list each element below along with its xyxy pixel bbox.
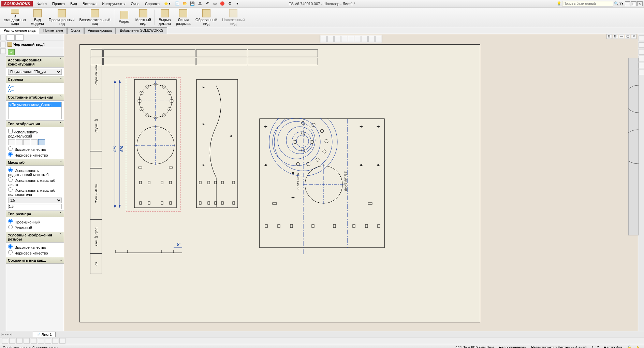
thread-high-radio[interactable]: Высокое качество [8,244,62,250]
pm-hdr-arrow[interactable]: Стрелка⌃ [6,76,64,83]
drawing-view-3[interactable] [259,118,385,255]
qat-open-icon[interactable]: 📂 [181,1,188,7]
help-icon[interactable]: ?▾ [619,1,624,6]
qb-5[interactable] [31,338,37,344]
appearance-icon[interactable] [375,36,381,42]
menu-file[interactable]: Файл [35,1,49,7]
doc-min-icon[interactable]: — [619,34,624,39]
disp-style-4[interactable] [31,139,38,145]
doc-max-icon[interactable]: ▢ [625,34,630,39]
qb-1[interactable] [2,338,8,344]
pm-tab-feature[interactable] [6,34,15,41]
tab-annotation[interactable]: Примечание [40,27,67,34]
pm-hdr-display-state[interactable]: Состояние отображения⌃ [6,94,64,101]
qb-6[interactable] [38,338,44,344]
ribbon-detail-view[interactable]: Местныйвид [133,8,153,26]
qat-undo-icon[interactable]: ↶ [204,1,211,7]
drawing-sheet[interactable]: Перв. примен. Справ. № Подп. и дата Инв.… [79,44,480,322]
zoom-prev-icon[interactable] [334,36,340,42]
menu-edit[interactable]: Правка [49,1,68,7]
hide-show-icon[interactable] [368,36,375,42]
qb-8[interactable] [52,338,58,344]
use-parent-check[interactable]: Использовать родительский [8,129,62,139]
disp-style-5[interactable] [38,139,45,145]
search-icon[interactable]: 🔍 [614,1,619,6]
ribbon-alternate-view[interactable]: Наложенныйвид [220,8,247,26]
taskpane-file-explorer-icon[interactable] [639,49,644,55]
window-minimize[interactable]: — [625,1,630,6]
qat-select-icon[interactable]: ▭ [211,1,218,7]
pm-hdr-dim-type[interactable]: Тип размера⌃ [6,211,64,217]
menu-overflow-icon[interactable]: ⭐▾ [164,1,171,6]
ribbon-crop-view[interactable]: Обрезанныйвид [193,8,219,26]
window-close[interactable]: ✕ [637,1,643,6]
drawing-canvas[interactable]: ⊞ ⊟ — ▢ ✕ Перв. примен. [64,34,638,331]
section-icon[interactable] [355,36,361,42]
pm-hdr-thread[interactable]: Условные изображения резьбы⌃ [6,232,64,243]
disp-style-3[interactable] [23,139,30,145]
pm-hdr-scale[interactable]: Масштаб⌃ [6,159,64,166]
status-lock-icon[interactable]: 🔒 [627,345,632,348]
leftbar-btn-2[interactable] [0,42,6,47]
taskpane-appearance-icon[interactable] [639,63,644,68]
kb-search-input[interactable] [562,1,613,6]
qat-options-icon[interactable]: ⚙ [226,1,233,7]
tab-evaluate[interactable]: Анализировать [84,27,116,34]
drawing-view-1[interactable] [131,79,177,208]
dim-5deg[interactable]: 5° [177,243,180,246]
ribbon-broken-out[interactable]: Вырывдетали [156,8,173,26]
high-quality-radio[interactable]: Высокое качество [8,146,62,152]
taskpane-resources-icon[interactable] [639,35,644,41]
display-icon[interactable] [362,36,368,42]
taskpane-view-palette-icon[interactable] [639,56,644,61]
scale-custom-input[interactable] [8,204,62,209]
menu-window[interactable]: Окно [128,1,142,7]
pm-hdr-display-type[interactable]: Тип отображения⌃ [6,120,64,127]
pan-icon[interactable] [341,36,347,42]
tab-sw-addins[interactable]: Добавления SOLIDWORKS [116,27,167,34]
taskpane-design-lib-icon[interactable] [639,42,644,48]
taskpane-custom-props-icon[interactable] [639,70,644,75]
leftbar-btn-1[interactable] [0,35,6,40]
ribbon-model-view[interactable]: Видмодели [29,8,46,26]
dim-true-radio[interactable]: Реальный [8,224,62,230]
rotate-icon[interactable] [348,36,354,42]
arrow-a-minus[interactable]: A← [8,88,14,92]
tab-view-layout[interactable]: Расположение вида [0,27,39,34]
tab-sketch[interactable]: Эскиз [67,27,84,34]
menu-insert[interactable]: Вставка [80,1,99,7]
pm-hdr-assoc-config[interactable]: Ассоциированная конфигурация⌃ [6,57,64,68]
pm-ok-button[interactable]: ✓ [8,49,15,55]
doc-tile2-icon[interactable]: ⊟ [613,34,618,39]
doc-tile-icon[interactable]: ⊞ [606,34,612,39]
disp-style-2[interactable] [16,139,23,145]
status-scale[interactable]: 1 : 2 [591,345,599,348]
qb-9[interactable] [59,338,65,344]
dim-projected-radio[interactable]: Проекционный [8,219,62,224]
assoc-config-select[interactable]: По умолчанию "По_ум [8,69,62,75]
doc-close-icon[interactable]: ✕ [631,34,636,39]
thread-draft-radio[interactable]: Черновое качество [8,250,62,256]
menu-tools[interactable]: Инструменты [99,1,128,7]
qb-3[interactable] [16,338,23,344]
draft-quality-radio[interactable]: Черновое качество [8,152,62,158]
drawing-view-2[interactable] [196,79,238,208]
ribbon-projected-view[interactable]: Проекционныйвид [47,8,77,26]
scale-user-radio[interactable]: Использовать масштаб пользователя [8,187,62,197]
scale-sheet-radio[interactable]: Использовать масштаб листа [8,177,62,187]
ribbon-3std-views[interactable]: 3стандартныхвида [2,8,28,26]
status-mode[interactable]: Настройка [604,345,622,348]
qat-rebuild-icon[interactable]: 🔴 [219,1,226,7]
menu-view[interactable]: Вид [68,1,80,7]
qb-7[interactable] [45,338,51,344]
qb-4[interactable] [24,338,30,344]
zoom-fit-icon[interactable] [321,36,327,42]
zoom-area-icon[interactable] [327,36,334,42]
ribbon-section[interactable]: Разрез [116,8,133,26]
status-units-icon[interactable]: 📐 [636,345,641,348]
disp-style-1[interactable] [8,139,15,145]
leftbar-btn-3[interactable] [0,48,6,54]
window-restore[interactable]: ▢ [631,1,636,6]
sheet-tab-1[interactable]: 📄 Лист1 [33,332,56,337]
qat-more-icon[interactable]: ▾ [234,1,241,7]
